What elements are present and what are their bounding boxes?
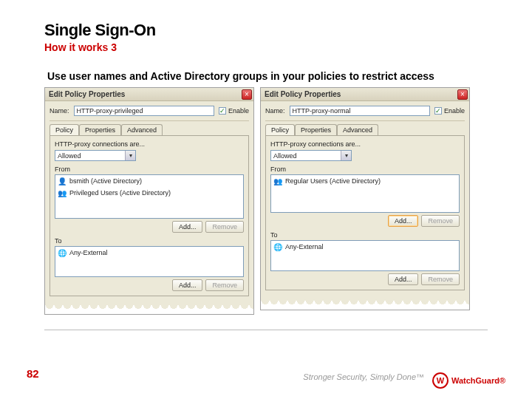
connections-caption: HTTP-proxy connections are... (55, 140, 244, 148)
divider (50, 120, 249, 121)
connections-combo[interactable]: Allowed ▾ (270, 150, 352, 161)
list-item-label: bsmith (Active Directory) (69, 177, 142, 185)
list-item-label: Privileged Users (Active Directory) (69, 189, 171, 197)
to-list[interactable]: 🌐 Any-External (55, 246, 244, 277)
combo-value: Allowed (273, 152, 297, 160)
from-list[interactable]: 👤 bsmith (Active Directory) 👥 Privileged… (55, 174, 244, 219)
brand-logo: W WatchGuard® (432, 372, 505, 389)
torn-edge (45, 305, 253, 314)
enable-label: Enable (228, 107, 249, 115)
page-number: 82 (27, 367, 39, 380)
torn-edge (261, 301, 469, 310)
list-item[interactable]: 👥 Regular Users (Active Directory) (271, 175, 459, 187)
titlebar: Edit Policy Properties × (45, 88, 253, 101)
remove-button[interactable]: Remove (205, 221, 244, 233)
close-icon[interactable]: × (457, 89, 468, 100)
footer-divider (44, 330, 488, 330)
name-label: Name: (265, 107, 285, 115)
slide-title: Single Sign-On (44, 21, 488, 40)
globe-icon: 🌐 (58, 248, 66, 257)
window-title: Edit Policy Properties (49, 90, 125, 98)
tab-advanced[interactable]: Advanced (337, 124, 378, 135)
tab-policy[interactable]: Policy (50, 124, 79, 135)
titlebar: Edit Policy Properties × (261, 88, 469, 101)
group-icon: 👥 (58, 188, 66, 197)
globe-icon: 🌐 (273, 242, 282, 251)
to-label: To (270, 231, 460, 239)
divider (265, 120, 465, 121)
from-label: From (270, 166, 460, 173)
brand-name: WatchGuard® (451, 376, 505, 385)
list-item[interactable]: 🌐 Any-External (55, 247, 243, 259)
slide-body: Use user names and Active Directory grou… (44, 69, 488, 83)
tab-body: HTTP-proxy connections are... Allowed ▾ … (265, 135, 465, 290)
tab-properties[interactable]: Properties (79, 124, 121, 135)
add-button[interactable]: Add... (388, 215, 419, 227)
to-list[interactable]: 🌐 Any-External (270, 240, 460, 271)
from-list[interactable]: 👥 Regular Users (Active Directory) (270, 174, 460, 213)
connections-combo[interactable]: Allowed ▾ (55, 150, 136, 161)
list-item-label: Regular Users (Active Directory) (285, 177, 381, 185)
tab-body: HTTP-proxy connections are... Allowed ▾ … (50, 135, 249, 296)
slide-subtitle: How it works 3 (44, 41, 488, 53)
enable-label: Enable (444, 107, 465, 115)
remove-button[interactable]: Remove (421, 273, 460, 285)
chevron-down-icon: ▾ (125, 151, 135, 160)
name-label: Name: (50, 107, 69, 115)
enable-checkbox[interactable]: ✓ Enable (219, 107, 249, 115)
name-field[interactable]: HTTP-proxy-normal (290, 106, 430, 116)
list-item[interactable]: 👤 bsmith (Active Directory) (55, 175, 243, 187)
to-label: To (55, 237, 244, 245)
add-button[interactable]: Add... (172, 221, 203, 233)
policy-dialog-right: Edit Policy Properties × Name: HTTP-prox… (260, 87, 470, 310)
group-icon: 👥 (273, 177, 282, 185)
tab-policy[interactable]: Policy (265, 124, 295, 135)
policy-dialog-left: Edit Policy Properties × Name: HTTP-prox… (44, 87, 254, 315)
name-field[interactable]: HTTP-proxy-privileged (74, 106, 214, 116)
from-label: From (55, 166, 244, 173)
remove-button[interactable]: Remove (205, 279, 244, 291)
list-item[interactable]: 👥 Privileged Users (Active Directory) (55, 187, 243, 199)
remove-button[interactable]: Remove (421, 215, 460, 227)
combo-value: Allowed (58, 152, 81, 160)
chevron-down-icon: ▾ (341, 151, 351, 160)
list-item-label: Any-External (69, 249, 108, 256)
tab-advanced[interactable]: Advanced (121, 124, 163, 135)
check-icon: ✓ (434, 107, 442, 115)
tagline: Stronger Security, Simply Done™ (303, 372, 424, 381)
check-icon: ✓ (219, 107, 226, 115)
logo-icon: W (432, 372, 449, 389)
connections-caption: HTTP-proxy connections are... (270, 140, 460, 148)
enable-checkbox[interactable]: ✓ Enable (434, 107, 465, 115)
window-title: Edit Policy Properties (265, 90, 341, 98)
close-icon[interactable]: × (242, 89, 252, 100)
list-item[interactable]: 🌐 Any-External (271, 241, 459, 253)
tab-properties[interactable]: Properties (295, 124, 337, 135)
add-button[interactable]: Add... (172, 279, 203, 291)
user-icon: 👤 (58, 177, 66, 185)
add-button[interactable]: Add... (388, 273, 419, 285)
list-item-label: Any-External (285, 243, 324, 250)
